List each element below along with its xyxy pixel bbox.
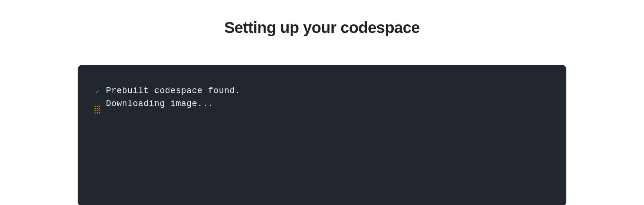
log-text: Downloading image... (106, 97, 213, 110)
log-line: ✓ Prebuilt codespace found. (94, 84, 550, 97)
terminal-output: ✓ Prebuilt codespace found. Downloading … (78, 65, 566, 205)
page-title: Setting up your codespace (224, 19, 420, 37)
log-line: Downloading image... (94, 97, 550, 113)
checkmark-icon: ✓ (94, 88, 100, 95)
spinner-icon (94, 105, 100, 113)
log-text: Prebuilt codespace found. (106, 84, 240, 97)
